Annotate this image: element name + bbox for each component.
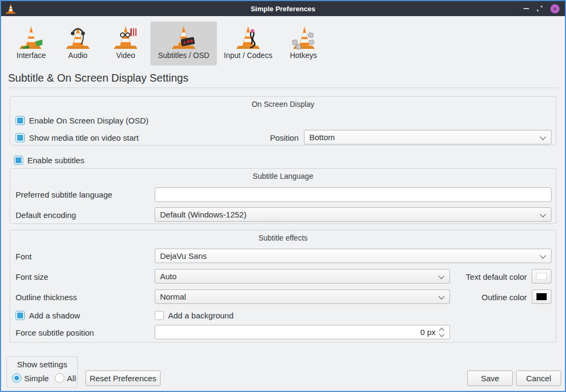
outline-color-button[interactable] xyxy=(532,289,552,304)
font-select[interactable]: DejaVu Sans xyxy=(155,249,552,263)
save-button[interactable]: Save xyxy=(467,371,513,386)
default-encoding-select[interactable]: Default (Windows-1252) xyxy=(155,207,552,222)
tab-label: Video xyxy=(116,51,135,60)
subtitles-osd-icon xyxy=(171,25,196,49)
close-icon[interactable]: ✕ xyxy=(550,4,560,13)
chevron-down-icon xyxy=(540,211,546,217)
show-settings-title: Show settings xyxy=(7,360,77,369)
font-size-value: Auto xyxy=(160,272,177,281)
tab-input-codecs[interactable]: Input / Codecs xyxy=(218,21,278,66)
radio-simple[interactable] xyxy=(12,373,21,383)
force-position-value: 0 px xyxy=(420,328,436,337)
text-default-color-label: Text default color xyxy=(456,272,527,281)
add-shadow-checkbox[interactable] xyxy=(16,311,25,320)
enable-subtitles-checkbox[interactable] xyxy=(14,156,23,165)
tab-interface[interactable]: Interface xyxy=(9,21,54,66)
tab-video[interactable]: Video xyxy=(108,21,143,66)
outline-color-swatch xyxy=(536,293,547,300)
reset-preferences-button[interactable]: Reset Preferences xyxy=(85,371,161,386)
outline-thickness-label: Outline thickness xyxy=(16,293,77,302)
radio-all[interactable] xyxy=(55,373,64,383)
titlebar: Simple Preferences ✕ xyxy=(1,1,565,16)
chevron-down-icon xyxy=(438,273,444,279)
input-codecs-icon xyxy=(236,25,260,49)
subtitle-effects-group: Subtitle effects Font DejaVu Sans Font s… xyxy=(10,230,556,343)
tab-subtitles-osd[interactable]: Subtitles / OSD xyxy=(150,21,217,66)
subtitle-effects-title: Subtitle effects xyxy=(10,234,556,242)
maximize-icon[interactable] xyxy=(536,5,543,12)
hotkeys-icon xyxy=(291,25,316,49)
chevron-down-icon xyxy=(438,293,444,299)
tab-label: Audio xyxy=(68,51,88,60)
add-background-checkbox[interactable] xyxy=(155,311,164,320)
position-label: Position xyxy=(270,133,299,142)
heading-divider xyxy=(8,88,558,88)
osd-group: On Screen Display Enable On Screen Displ… xyxy=(10,96,556,146)
show-settings-group: Show settings Simple All xyxy=(6,357,78,388)
chevron-down-icon xyxy=(540,134,546,140)
window-controls: ✕ xyxy=(524,1,560,16)
position-value: Bottom xyxy=(309,133,335,142)
default-encoding-value: Default (Windows-1252) xyxy=(160,210,246,219)
subtitle-language-title: Subtitle Language xyxy=(10,172,556,180)
text-color-swatch xyxy=(536,273,547,280)
tab-hotkeys[interactable]: Hotkeys xyxy=(281,21,326,66)
window-title: Simple Preferences xyxy=(1,5,565,13)
enable-subtitles-label: Enable subtitles xyxy=(27,156,84,165)
show-settings-options: Simple All xyxy=(12,373,79,383)
preferences-window: Simple Preferences ✕ Interface xyxy=(0,0,566,392)
page-title: Subtitle & On Screen Display Settings xyxy=(8,72,188,84)
add-shadow-label: Add a shadow xyxy=(29,311,80,320)
spin-down-icon[interactable] xyxy=(439,332,445,337)
interface-icon xyxy=(19,25,43,49)
tab-label: Hotkeys xyxy=(290,51,317,60)
position-select[interactable]: Bottom xyxy=(304,130,552,144)
enable-osd-label: Enable On Screen Display (OSD) xyxy=(29,116,149,125)
video-icon xyxy=(113,25,138,49)
show-media-title-checkbox[interactable] xyxy=(16,133,25,142)
outline-thickness-select[interactable]: Normal xyxy=(155,289,450,304)
cancel-button[interactable]: Cancel xyxy=(516,371,561,386)
tab-label: Subtitles / OSD xyxy=(158,51,209,60)
default-encoding-label: Default encoding xyxy=(16,210,76,220)
force-position-label: Force subtitle position xyxy=(16,328,94,337)
font-label: Font xyxy=(16,252,32,261)
outline-thickness-value: Normal xyxy=(160,292,186,301)
spinner-buttons xyxy=(439,327,445,338)
osd-group-title: On Screen Display xyxy=(10,100,556,108)
radio-all-label: All xyxy=(67,374,76,383)
font-size-label: Font size xyxy=(16,272,48,281)
add-background-label: Add a background xyxy=(168,311,234,320)
tab-audio[interactable]: Audio xyxy=(60,21,96,66)
font-size-select[interactable]: Auto xyxy=(155,269,450,284)
preferred-language-input[interactable] xyxy=(155,187,552,202)
force-position-spinbox[interactable]: 0 px xyxy=(155,325,450,339)
minimize-icon[interactable] xyxy=(524,8,529,9)
audio-icon xyxy=(66,25,90,49)
tab-label: Input / Codecs xyxy=(224,51,272,60)
restore-icon xyxy=(536,5,543,12)
radio-simple-label: Simple xyxy=(24,374,49,383)
tab-label: Interface xyxy=(17,51,46,60)
subtitle-language-group: Subtitle Language Preferred subtitle lan… xyxy=(10,168,556,224)
enable-osd-checkbox[interactable] xyxy=(16,116,25,125)
outline-color-label: Outline color xyxy=(456,293,527,302)
font-value: DejaVu Sans xyxy=(160,251,207,260)
show-media-title-label: Show media title on video start xyxy=(29,133,139,142)
preferred-language-label: Preferred subtitle language xyxy=(16,190,112,199)
chevron-down-icon xyxy=(540,252,546,258)
text-default-color-button[interactable] xyxy=(532,269,552,284)
enable-subtitles-row: Enable subtitles xyxy=(14,155,84,165)
